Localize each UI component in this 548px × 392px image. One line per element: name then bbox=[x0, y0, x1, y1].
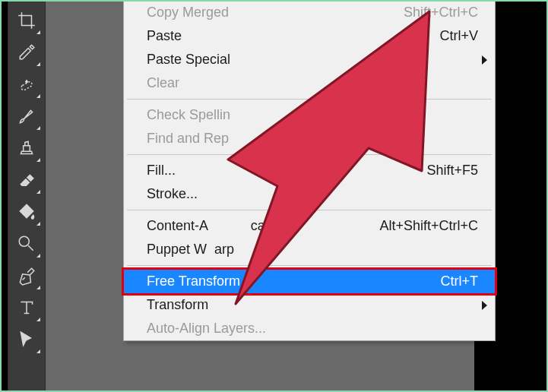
paint-bucket-tool[interactable] bbox=[11, 196, 43, 228]
clone-stamp-tool[interactable] bbox=[11, 132, 43, 164]
menu-label: Find and Rep bbox=[147, 131, 229, 147]
tools-panel bbox=[8, 0, 46, 392]
menu-label: Stroke... bbox=[147, 186, 198, 202]
menu-shortcut: Shift+Ctrl+C bbox=[404, 5, 478, 21]
type-tool[interactable] bbox=[11, 292, 43, 324]
eyedropper-tool[interactable] bbox=[11, 36, 43, 68]
menu-shortcut: Ctrl+V bbox=[439, 28, 478, 44]
menu-label: Puppet W_arp bbox=[147, 242, 234, 258]
brush-tool[interactable] bbox=[11, 100, 43, 132]
submenu-arrow-icon bbox=[482, 55, 487, 65]
menu-item-stroke[interactable]: Stroke... bbox=[124, 182, 495, 206]
menu-label: Paste bbox=[147, 28, 182, 44]
menu-separator bbox=[127, 265, 492, 266]
eraser-tool[interactable] bbox=[11, 164, 43, 196]
menu-item-paste-special[interactable]: Paste Special bbox=[124, 48, 495, 71]
crop-tool[interactable] bbox=[11, 5, 43, 36]
menu-separator bbox=[127, 210, 492, 210]
menu-label: Fill... bbox=[147, 163, 176, 179]
menu-separator bbox=[127, 154, 492, 155]
menu-item-clear[interactable]: Clear bbox=[124, 71, 495, 95]
menu-item-copy-merged[interactable]: Copy Merged Shift+Ctrl+C bbox=[124, 1, 495, 24]
menu-separator bbox=[127, 99, 492, 100]
menu-item-free-transform[interactable]: Free Transform Ctrl+T bbox=[122, 267, 497, 296]
menu-label: Free Transform bbox=[147, 273, 240, 289]
menu-item-paste[interactable]: Paste Ctrl+V bbox=[124, 24, 495, 48]
menu-item-puppet-warp[interactable]: Puppet W_arp bbox=[124, 238, 495, 261]
menu-label: Copy Merged bbox=[147, 5, 229, 21]
menu-item-transform[interactable]: Transform bbox=[124, 293, 495, 317]
menu-shortcut: Alt+Shift+Ctrl+C bbox=[379, 218, 478, 234]
pen-tool[interactable] bbox=[11, 260, 43, 292]
menu-item-find-replace[interactable]: Find and Rep bbox=[124, 127, 495, 150]
menu-shortcut: Ctrl+T bbox=[441, 273, 479, 289]
healing-brush-tool[interactable] bbox=[11, 68, 43, 100]
menu-label: Clear bbox=[147, 75, 179, 91]
menu-shortcut: Shift+F5 bbox=[426, 163, 478, 179]
menu-label: Check Spellin bbox=[147, 107, 230, 123]
menu-item-fill[interactable]: Fill... Shift+F5 bbox=[124, 159, 495, 182]
menu-item-content-aware-scale[interactable]: Content-Aware Scale Alt+Shift+Ctrl+C bbox=[124, 214, 495, 238]
svg-point-1 bbox=[19, 236, 29, 246]
menu-label: Auto-Align Layers... bbox=[147, 321, 266, 337]
menu-label: Content-Aware Scale bbox=[147, 218, 276, 234]
path-selection-tool[interactable] bbox=[11, 324, 43, 356]
menu-item-auto-align-layers[interactable]: Auto-Align Layers... bbox=[124, 317, 495, 340]
edit-menu-dropdown: Copy Merged Shift+Ctrl+C Paste Ctrl+V Pa… bbox=[123, 0, 496, 341]
menu-label: Transform bbox=[147, 297, 208, 313]
dodge-tool[interactable] bbox=[11, 228, 43, 260]
submenu-arrow-icon bbox=[482, 301, 487, 310]
menu-item-check-spelling[interactable]: Check Spellin bbox=[124, 103, 495, 127]
menu-label: Paste Special bbox=[147, 52, 230, 68]
